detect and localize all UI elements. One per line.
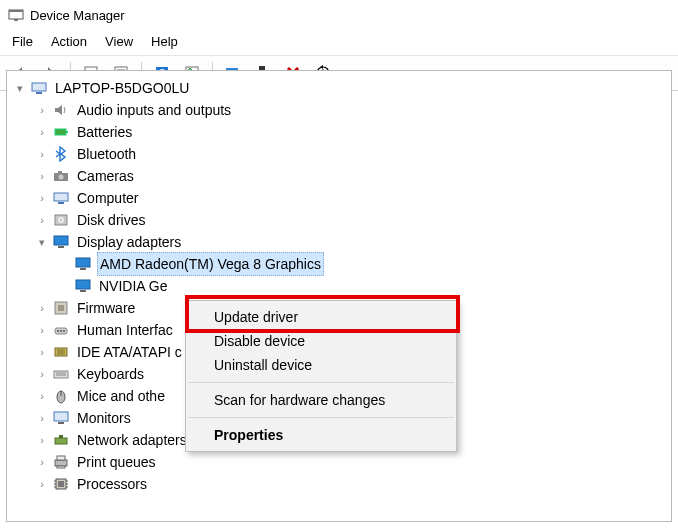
tree-category-label: Display adapters [75, 231, 183, 253]
keyboard-icon [53, 366, 69, 382]
tree-expand-icon[interactable]: › [35, 429, 49, 451]
ide-icon [53, 344, 69, 360]
camera-icon [53, 168, 69, 184]
svg-rect-31 [54, 193, 68, 201]
tree-category[interactable]: ›Print queues [11, 451, 667, 473]
tree-device-label: AMD Radeon(TM) Vega 8 Graphics [97, 252, 324, 276]
display-icon [75, 256, 91, 272]
display-icon [53, 234, 69, 250]
tree-category-label: Firmware [75, 297, 137, 319]
firmware-icon [53, 300, 69, 316]
menu-file[interactable]: File [12, 34, 33, 49]
tree-category-label: Processors [75, 473, 149, 495]
monitor-icon [53, 410, 69, 426]
tree-category-label: Monitors [75, 407, 133, 429]
tree-category[interactable]: ▾Display adapters [11, 231, 667, 253]
tree-category-label: Computer [75, 187, 140, 209]
tree-expand-icon[interactable]: › [35, 473, 49, 495]
context-properties[interactable]: Properties [186, 423, 456, 447]
device-manager-window: Device Manager File Action View Help ? ▾… [0, 0, 678, 528]
display-icon [75, 278, 91, 294]
tree-category[interactable]: ›Processors [11, 473, 667, 495]
svg-rect-30 [58, 171, 62, 173]
network-icon [53, 432, 69, 448]
svg-rect-57 [54, 412, 68, 421]
context-disable-device[interactable]: Disable device [186, 329, 456, 353]
tree-category-label: Keyboards [75, 363, 146, 385]
window-title: Device Manager [30, 8, 125, 23]
tree-expand-icon[interactable]: › [35, 451, 49, 473]
svg-point-35 [60, 219, 62, 221]
app-icon [8, 7, 24, 23]
tree-category[interactable]: ›Bluetooth [11, 143, 667, 165]
tree-category[interactable]: ›Cameras [11, 165, 667, 187]
mouse-icon [53, 388, 69, 404]
tree-expand-icon[interactable]: › [35, 121, 49, 143]
tree-root-label: LAPTOP-B5DGO0LU [53, 77, 191, 99]
tree-category[interactable]: ›Audio inputs and outputs [11, 99, 667, 121]
tree-expand-icon[interactable]: › [35, 341, 49, 363]
tree-category[interactable]: ›Batteries [11, 121, 667, 143]
svg-rect-58 [58, 422, 64, 424]
svg-rect-25 [36, 92, 42, 94]
svg-rect-65 [58, 481, 64, 487]
context-update-driver[interactable]: Update driver [186, 305, 456, 329]
svg-point-46 [60, 330, 62, 332]
context-menu: Update driver Disable device Uninstall d… [185, 300, 457, 452]
tree-expand-icon[interactable]: › [35, 297, 49, 319]
svg-point-29 [59, 175, 64, 180]
tree-device-label: NVIDIA Ge [97, 275, 169, 297]
bluetooth-icon [53, 146, 69, 162]
menu-help[interactable]: Help [151, 34, 178, 49]
tree-category-label: Print queues [75, 451, 158, 473]
tree-category-label: Human Interfac [75, 319, 175, 341]
svg-rect-43 [58, 305, 64, 311]
svg-rect-63 [57, 466, 65, 468]
tree-device[interactable]: AMD Radeon(TM) Vega 8 Graphics [11, 253, 667, 275]
tree-collapse-icon[interactable]: ▾ [35, 231, 49, 253]
svg-rect-61 [55, 460, 67, 466]
context-scan-hardware[interactable]: Scan for hardware changes [186, 388, 456, 412]
tree-category-label: Mice and othe [75, 385, 167, 407]
svg-rect-41 [80, 290, 86, 292]
tree-expand-icon[interactable]: › [35, 319, 49, 341]
tree-category[interactable]: ›Disk drives [11, 209, 667, 231]
tree-expand-icon[interactable]: › [35, 187, 49, 209]
tree-expand-icon[interactable]: › [35, 363, 49, 385]
tree-expand-icon[interactable]: › [35, 407, 49, 429]
tree-device[interactable]: NVIDIA Ge [11, 275, 667, 297]
tree-category-label: Disk drives [75, 209, 147, 231]
svg-rect-39 [80, 268, 86, 270]
tree-collapse-icon[interactable]: ▾ [13, 77, 27, 99]
svg-rect-24 [32, 83, 46, 91]
context-uninstall-device[interactable]: Uninstall device [186, 353, 456, 377]
svg-rect-26 [55, 129, 66, 135]
tree-expand-icon[interactable]: › [35, 165, 49, 187]
tree-expand-icon[interactable]: › [35, 143, 49, 165]
tree-category-label: Batteries [75, 121, 134, 143]
tree-category-label: Audio inputs and outputs [75, 99, 233, 121]
disk-icon [53, 212, 69, 228]
svg-rect-27 [66, 131, 68, 133]
tree-root[interactable]: ▾LAPTOP-B5DGO0LU [11, 77, 667, 99]
menu-bar: File Action View Help [0, 30, 678, 55]
titlebar: Device Manager [0, 0, 678, 30]
hid-icon [53, 322, 69, 338]
menu-view[interactable]: View [105, 34, 133, 49]
svg-point-47 [63, 330, 65, 332]
svg-rect-2 [14, 19, 18, 21]
cpu-icon [53, 476, 69, 492]
menu-action[interactable]: Action [51, 34, 87, 49]
tree-expand-icon[interactable]: › [35, 385, 49, 407]
computer-icon [53, 190, 69, 206]
tree-expand-icon[interactable]: › [35, 209, 49, 231]
tree-category[interactable]: ›Computer [11, 187, 667, 209]
tree-category-label: Network adapters [75, 429, 189, 451]
tree-expand-icon[interactable]: › [35, 99, 49, 121]
svg-rect-37 [58, 246, 64, 248]
svg-rect-40 [76, 280, 90, 289]
svg-rect-1 [9, 10, 23, 12]
battery-icon [53, 124, 69, 140]
tree-category-label: Cameras [75, 165, 136, 187]
computer-icon [31, 80, 47, 96]
